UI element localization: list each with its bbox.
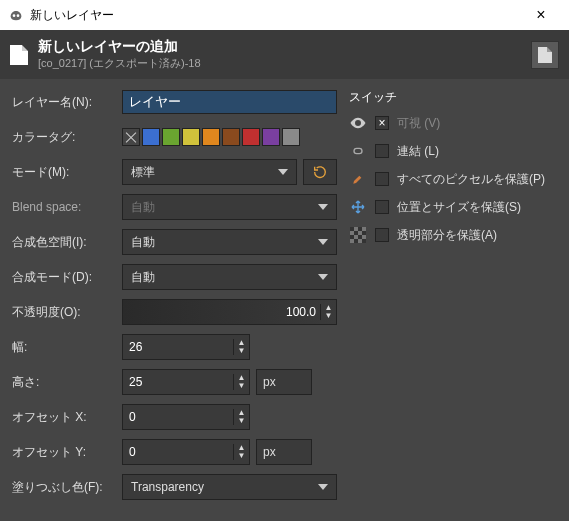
blend-space-select[interactable]: 自動 <box>122 194 337 220</box>
spin-down-icon[interactable]: ▼ <box>234 382 249 390</box>
color-tag-brown[interactable] <box>222 128 240 146</box>
composite-mode-label: 合成モード(D): <box>12 269 122 286</box>
opacity-spinner[interactable]: 100.0 ▲▼ <box>122 299 337 325</box>
height-spinner[interactable]: 25 ▲▼ <box>122 369 250 395</box>
color-tag-blue[interactable] <box>142 128 160 146</box>
offset-y-spinner[interactable]: 0 ▲▼ <box>122 439 250 465</box>
spin-down-icon[interactable]: ▼ <box>234 452 249 460</box>
color-tag-gray[interactable] <box>282 128 300 146</box>
new-layer-icon <box>10 45 28 65</box>
mode-label: モード(M): <box>12 164 122 181</box>
move-icon <box>349 198 367 216</box>
fill-label: 塗りつぶし色(F): <box>12 479 122 496</box>
header-subtitle: [co_0217] (エクスポート済み)-18 <box>38 56 201 71</box>
offset-unit-select[interactable]: px <box>256 439 312 465</box>
page-icon <box>538 47 552 63</box>
lock-alpha-checkbox[interactable] <box>375 228 389 242</box>
lock-pixels-checkbox[interactable] <box>375 172 389 186</box>
svg-point-2 <box>357 122 360 125</box>
layer-name-label: レイヤー名(N): <box>12 94 122 111</box>
color-tag-orange[interactable] <box>202 128 220 146</box>
header-title: 新しいレイヤーの追加 <box>38 38 201 56</box>
switches-title: スイッチ <box>349 89 557 106</box>
layer-name-input[interactable] <box>122 90 337 114</box>
spin-down-icon[interactable]: ▼ <box>234 347 249 355</box>
fill-select[interactable]: Transparency <box>122 474 337 500</box>
color-tag-green[interactable] <box>162 128 180 146</box>
eye-icon <box>349 114 367 132</box>
offset-x-spinner[interactable]: 0 ▲▼ <box>122 404 250 430</box>
offset-y-label: オフセット Y: <box>12 444 122 461</box>
app-icon <box>8 7 24 23</box>
color-tag-red[interactable] <box>242 128 260 146</box>
width-label: 幅: <box>12 339 122 356</box>
color-tag-label: カラータグ: <box>12 129 122 146</box>
spin-down-icon[interactable]: ▼ <box>234 417 249 425</box>
color-tag-group <box>122 128 300 146</box>
brush-icon <box>349 170 367 188</box>
width-spinner[interactable]: 26 ▲▼ <box>122 334 250 360</box>
close-button[interactable]: × <box>521 6 561 24</box>
spin-down-icon[interactable]: ▼ <box>321 312 336 320</box>
lock-position-checkbox[interactable] <box>375 200 389 214</box>
chevron-down-icon <box>278 169 288 175</box>
chevron-down-icon <box>318 204 328 210</box>
svg-point-0 <box>13 14 16 17</box>
offset-x-label: オフセット X: <box>12 409 122 426</box>
visible-checkbox[interactable] <box>375 116 389 130</box>
size-unit-select[interactable]: px <box>256 369 312 395</box>
mode-select[interactable]: 標準 <box>122 159 297 185</box>
chain-icon <box>349 142 367 160</box>
svg-point-1 <box>17 14 20 17</box>
composite-mode-select[interactable]: 自動 <box>122 264 337 290</box>
chevron-down-icon <box>318 484 328 490</box>
height-label: 高さ: <box>12 374 122 391</box>
color-tag-violet[interactable] <box>262 128 280 146</box>
composite-space-select[interactable]: 自動 <box>122 229 337 255</box>
blend-space-label: Blend space: <box>12 200 122 214</box>
reset-defaults-button[interactable] <box>531 41 559 69</box>
window-title: 新しいレイヤー <box>30 7 521 24</box>
opacity-label: 不透明度(O): <box>12 304 122 321</box>
composite-space-label: 合成色空間(I): <box>12 234 122 251</box>
color-tag-yellow[interactable] <box>182 128 200 146</box>
mode-reset-button[interactable] <box>303 159 337 185</box>
alpha-icon <box>349 226 367 244</box>
chevron-down-icon <box>318 274 328 280</box>
chevron-down-icon <box>318 239 328 245</box>
linked-checkbox[interactable] <box>375 144 389 158</box>
color-tag-none[interactable] <box>122 128 140 146</box>
